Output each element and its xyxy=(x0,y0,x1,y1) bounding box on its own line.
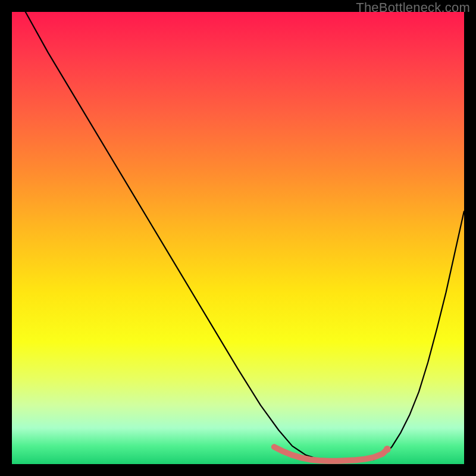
watermark-text: TheBottleneck.com xyxy=(356,0,470,15)
valley-endpoint-dot xyxy=(384,446,391,453)
bottleneck-curve xyxy=(12,12,464,462)
valley-marker xyxy=(274,447,387,461)
chart-svg xyxy=(12,12,464,464)
plot-area xyxy=(12,12,464,464)
canvas-frame: TheBottleneck.com xyxy=(0,0,476,476)
